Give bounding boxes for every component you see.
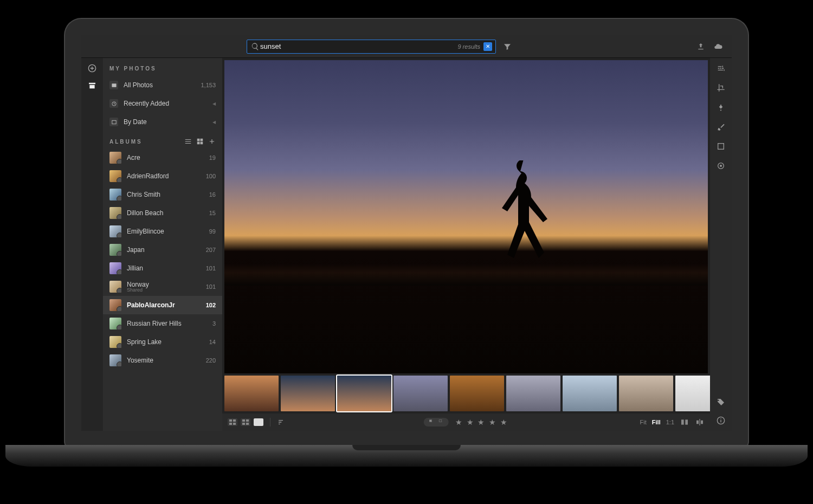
album-item[interactable]: Japan207 — [103, 241, 222, 259]
add-photos-icon[interactable] — [87, 63, 97, 73]
flag-toggle[interactable] — [424, 418, 449, 427]
album-item[interactable]: Chris Smith16 — [103, 185, 222, 204]
album-thumb — [109, 225, 121, 237]
my-photos-section-title: MY PHOTOS — [103, 58, 222, 76]
info-icon[interactable] — [716, 416, 726, 425]
nav-recently-added[interactable]: Recently Added ◀ — [103, 94, 222, 113]
album-name: Dillon Beach — [127, 209, 163, 217]
share-icon[interactable] — [696, 42, 706, 51]
album-item[interactable]: Jillian101 — [103, 259, 222, 277]
svg-rect-1 — [112, 83, 116, 87]
album-count: 220 — [206, 357, 216, 364]
left-rail — [81, 58, 103, 431]
album-name: EmilyBlincoe — [127, 228, 164, 235]
album-item[interactable]: Russian River Hills3 — [103, 314, 222, 333]
search-box[interactable]: 9 results ✕ — [247, 40, 496, 54]
svg-rect-12 — [242, 419, 245, 422]
nav-all-photos[interactable]: All Photos 1,153 — [103, 76, 222, 94]
add-album-icon[interactable] — [208, 138, 216, 145]
album-count: 19 — [209, 154, 216, 161]
album-item[interactable]: NorwayShared101 — [103, 277, 222, 296]
album-thumb — [109, 170, 121, 182]
search-results-count: 9 results — [457, 43, 480, 50]
album-name: Chris Smith — [127, 191, 160, 198]
filter-icon[interactable] — [502, 42, 512, 51]
right-tool-rail — [710, 58, 732, 431]
svg-rect-18 — [718, 144, 724, 150]
clock-icon — [109, 99, 118, 108]
zoom-fit[interactable]: Fit — [640, 419, 647, 425]
bottom-bar: ★ ★ ★ ★ ★ Fit Fill 1:1 — [222, 413, 710, 431]
filmstrip-thumb-selected[interactable] — [337, 376, 391, 411]
album-count: 3 — [212, 320, 216, 327]
crop-icon[interactable] — [716, 83, 726, 93]
all-photos-icon — [109, 81, 118, 89]
album-thumb — [109, 189, 121, 201]
album-item[interactable]: EmilyBlincoe99 — [103, 222, 222, 241]
grid-view-icon[interactable] — [196, 138, 204, 145]
filmstrip-thumb[interactable] — [675, 376, 710, 411]
album-thumb — [109, 152, 121, 164]
sort-icon[interactable] — [277, 417, 287, 427]
filmstrip-thumb[interactable] — [506, 376, 560, 411]
tag-icon[interactable] — [716, 397, 726, 407]
brush-icon[interactable] — [716, 122, 726, 132]
zoom-11[interactable]: 1:1 — [666, 419, 674, 425]
view-grid-large-icon[interactable] — [241, 418, 250, 426]
nav-by-date[interactable]: By Date ◀ — [103, 113, 222, 131]
filmstrip-thumb[interactable] — [281, 376, 335, 411]
album-count: 101 — [206, 283, 216, 290]
nav-count: 1,153 — [201, 82, 216, 88]
filmstrip-thumb[interactable] — [619, 376, 673, 411]
rating-stars[interactable]: ★ ★ ★ ★ ★ — [455, 418, 509, 427]
cloud-icon[interactable] — [713, 42, 723, 51]
filmstrip-thumb[interactable] — [393, 376, 448, 411]
album-item[interactable]: Yosemite220 — [103, 351, 222, 370]
nav-label: All Photos — [124, 81, 153, 89]
view-grid-small-icon[interactable] — [228, 418, 237, 426]
search-input[interactable] — [260, 42, 457, 50]
sidebar: MY PHOTOS All Photos 1,153 Recently Adde… — [103, 58, 222, 431]
svg-rect-16 — [681, 419, 684, 424]
album-thumb — [109, 207, 121, 219]
album-count: 101 — [206, 265, 216, 272]
album-name: Russian River Hills — [127, 320, 182, 327]
heal-icon[interactable] — [716, 102, 726, 112]
album-thumb — [109, 354, 121, 366]
album-item[interactable]: PabloAlarconJr102 — [103, 296, 222, 314]
album-name: Yosemite — [127, 357, 153, 364]
search-clear-button[interactable]: ✕ — [483, 42, 492, 51]
filmstrip-thumb[interactable] — [563, 376, 617, 411]
zoom-fill[interactable]: Fill — [652, 419, 661, 425]
nav-label: By Date — [124, 118, 147, 126]
album-thumb — [109, 281, 121, 293]
adjust-icon[interactable] — [716, 63, 726, 73]
filmstrip-thumb[interactable] — [450, 376, 504, 411]
before-after-icon[interactable] — [695, 417, 705, 427]
archive-icon[interactable] — [87, 81, 97, 91]
list-view-icon[interactable] — [184, 138, 192, 145]
photo-silhouette — [491, 160, 556, 269]
compare-icon[interactable] — [680, 417, 689, 427]
svg-rect-4 — [197, 139, 200, 141]
album-thumb — [109, 336, 121, 348]
album-count: 99 — [209, 228, 216, 235]
svg-point-20 — [720, 165, 722, 167]
view-single-icon[interactable] — [254, 418, 263, 426]
album-name: Spring Lake — [127, 338, 162, 346]
svg-rect-11 — [233, 423, 236, 425]
album-item[interactable]: Dillon Beach15 — [103, 204, 222, 222]
radial-gradient-icon[interactable] — [716, 161, 726, 171]
svg-rect-6 — [197, 142, 200, 145]
albums-section-header: ALBUMS — [103, 131, 222, 148]
photo-viewer[interactable] — [224, 60, 708, 373]
linear-gradient-icon[interactable] — [716, 141, 726, 151]
album-thumb — [109, 318, 121, 329]
search-icon — [250, 42, 260, 51]
album-item[interactable]: AdrienRadford100 — [103, 167, 222, 185]
svg-rect-5 — [201, 139, 203, 141]
svg-rect-8 — [229, 419, 232, 422]
album-item[interactable]: Acre19 — [103, 148, 222, 167]
filmstrip-thumb[interactable] — [224, 376, 279, 411]
album-item[interactable]: Spring Lake14 — [103, 333, 222, 351]
